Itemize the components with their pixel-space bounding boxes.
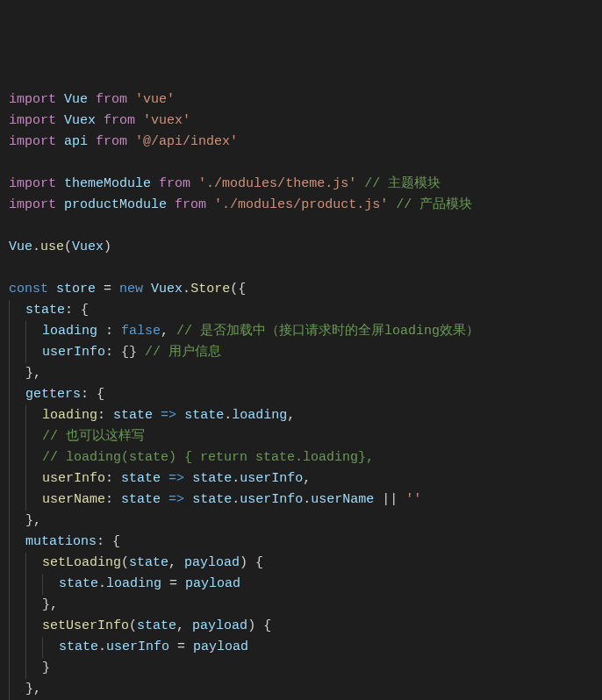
token-keyword: from xyxy=(159,176,190,191)
token-plain xyxy=(56,92,64,107)
token-plain: = xyxy=(96,282,119,296)
code-line[interactable] xyxy=(9,258,593,279)
code-line[interactable]: import Vue from 'vue' xyxy=(9,89,593,111)
token-punct: . xyxy=(303,492,311,507)
token-identifier: setLoading xyxy=(42,555,121,570)
code-line[interactable]: state.userInfo = payload xyxy=(9,637,593,658)
token-variable: api xyxy=(64,134,88,149)
token-variable: getters xyxy=(25,387,81,402)
token-variable: Vuex xyxy=(72,239,104,254)
token-plain xyxy=(176,408,184,423)
token-comment: // 是否加载中（接口请求时的全屏loading效果） xyxy=(176,324,479,339)
code-line[interactable]: getters: { xyxy=(9,384,593,405)
code-line[interactable]: userInfo: state => state.userInfo, xyxy=(9,468,593,489)
token-plain xyxy=(388,197,396,212)
token-identifier: userName xyxy=(42,492,105,507)
code-line[interactable]: }, xyxy=(9,679,593,700)
code-line[interactable] xyxy=(9,153,593,174)
code-line[interactable]: setLoading(state, payload) { xyxy=(9,553,593,574)
token-punct: . xyxy=(224,408,232,423)
token-punct: ) { xyxy=(240,555,263,570)
code-line[interactable]: setUserInfo(state, payload) { xyxy=(9,616,593,637)
token-variable: productModule xyxy=(64,197,167,212)
code-line[interactable]: // 也可以这样写 xyxy=(9,426,593,447)
token-punct: : { xyxy=(65,303,89,318)
token-plain xyxy=(184,471,192,486)
token-const-blue: const xyxy=(9,282,48,296)
token-variable: themeModule xyxy=(64,176,151,191)
token-variable: state xyxy=(59,639,98,654)
token-variable: userName xyxy=(311,492,374,507)
token-punct: : xyxy=(105,471,121,486)
token-variable: state xyxy=(129,555,168,570)
code-line[interactable]: }, xyxy=(9,595,593,616)
token-plain xyxy=(167,197,175,212)
token-plain xyxy=(161,471,168,486)
token-plain xyxy=(127,92,135,107)
code-line[interactable]: import productModule from './modules/pro… xyxy=(9,195,593,216)
token-plain xyxy=(356,176,364,191)
token-variable: state xyxy=(184,408,224,423)
token-plain xyxy=(56,113,64,128)
code-line[interactable]: import api from '@/api/index' xyxy=(9,132,593,153)
token-variable: Vue xyxy=(64,92,88,107)
code-editor-view[interactable]: import Vue from 'vue'import Vuex from 'v… xyxy=(9,89,593,700)
token-variable: state xyxy=(192,471,232,486)
token-variable: loading xyxy=(232,408,287,423)
token-punct: ) { xyxy=(247,618,271,633)
token-comment: // 也可以这样写 xyxy=(42,429,145,444)
token-const-blue: => xyxy=(168,492,184,507)
code-line[interactable]: import Vuex from 'vuex' xyxy=(9,111,593,132)
token-variable: state xyxy=(25,303,65,318)
token-string: 'vuex' xyxy=(143,113,190,128)
code-line[interactable]: } xyxy=(9,658,593,679)
code-line[interactable]: }, xyxy=(9,363,593,384)
token-plain xyxy=(56,176,64,191)
token-plain xyxy=(206,197,214,212)
code-line[interactable]: state.loading = payload xyxy=(9,574,593,595)
code-line[interactable]: loading : false, // 是否加载中（接口请求时的全屏loadin… xyxy=(9,321,593,342)
code-line[interactable]: userName: state => state.userInfo.userNa… xyxy=(9,489,593,511)
token-punct: . xyxy=(183,282,190,296)
token-keyword: from xyxy=(175,197,206,212)
code-line[interactable]: Vue.use(Vuex) xyxy=(9,237,593,258)
code-line[interactable]: // loading(state) { return state.loading… xyxy=(9,447,593,468)
token-plain xyxy=(88,92,96,107)
token-punct: }, xyxy=(25,682,41,696)
code-line[interactable]: state: { xyxy=(9,300,593,321)
token-variable: state xyxy=(121,471,161,486)
token-comment: // 产品模块 xyxy=(396,197,472,212)
token-variable: payload xyxy=(192,618,247,633)
code-line[interactable]: }, xyxy=(9,511,593,532)
token-variable: state xyxy=(192,492,232,507)
code-line[interactable]: loading: state => state.loading, xyxy=(9,405,593,426)
token-variable: Vuex xyxy=(64,113,96,128)
token-variable: userInfo xyxy=(106,639,169,654)
token-plain xyxy=(184,492,192,507)
token-punct: : xyxy=(97,408,113,423)
token-comment: // loading(state) { return state.loading… xyxy=(42,450,374,465)
token-string: './modules/product.js' xyxy=(214,197,388,212)
code-line[interactable] xyxy=(9,216,593,237)
token-plain xyxy=(135,113,143,128)
token-variable: loading xyxy=(106,576,161,591)
token-plain xyxy=(56,197,64,212)
token-string: '' xyxy=(405,492,421,507)
code-line[interactable]: const store = new Vuex.Store({ xyxy=(9,279,593,300)
code-line[interactable]: mutations: { xyxy=(9,532,593,553)
token-variable: state xyxy=(59,576,98,591)
token-punct: , xyxy=(303,471,311,486)
code-line[interactable]: import themeModule from './modules/theme… xyxy=(9,174,593,195)
token-const-blue: => xyxy=(168,471,184,486)
token-variable: store xyxy=(56,282,96,296)
token-variable: payload xyxy=(185,576,240,591)
token-plain xyxy=(190,176,198,191)
code-line[interactable]: userInfo: {} // 用户信息 xyxy=(9,342,593,363)
token-punct: . xyxy=(232,471,240,486)
token-punct: . xyxy=(98,576,106,591)
token-string: 'vue' xyxy=(135,92,175,107)
token-keyword: import xyxy=(9,92,56,107)
token-plain xyxy=(151,176,159,191)
token-plain xyxy=(96,113,104,128)
token-punct: , xyxy=(168,555,184,570)
